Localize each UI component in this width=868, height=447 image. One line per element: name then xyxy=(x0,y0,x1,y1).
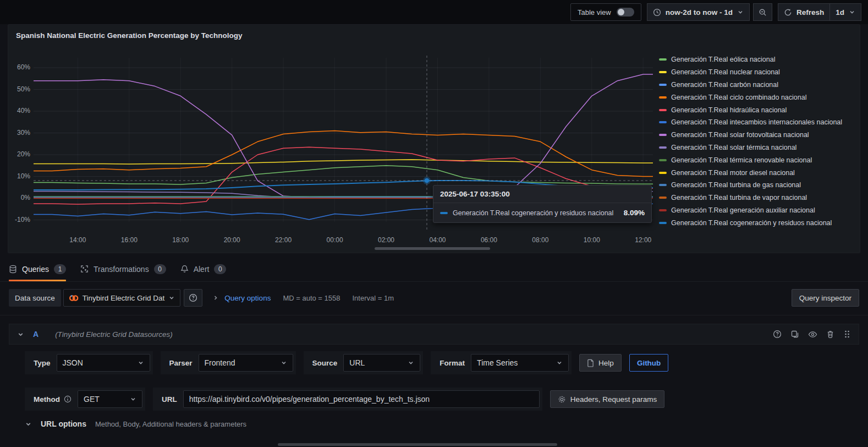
legend-swatch xyxy=(659,58,667,61)
series-line[interactable] xyxy=(34,131,653,177)
query-row-header[interactable]: A (Tinybird Electric Grid Datasources) xyxy=(9,324,859,345)
legend-item[interactable]: Generación T.Real motor diesel nacional xyxy=(659,166,857,179)
chart-tooltip: 2025-06-17 03:35:00 Generación T.Real co… xyxy=(433,185,652,223)
type-label: Type xyxy=(28,359,57,367)
legend-item[interactable]: Generación T.Real ciclo combinado nacion… xyxy=(659,91,857,103)
chevron-down-icon xyxy=(168,295,175,301)
legend-swatch xyxy=(659,84,667,86)
chevron-down-icon xyxy=(281,359,287,366)
legend-item[interactable]: Generación T.Real carbón nacional xyxy=(659,79,857,91)
url-options-section[interactable]: URL options Method, Body, Additional hea… xyxy=(25,419,246,428)
url-input[interactable]: https://api.tinybird.co/v0/pipes/generat… xyxy=(183,390,540,408)
url-field: URL https://api.tinybird.co/v0/pipes/gen… xyxy=(153,388,542,411)
legend-label: Generación T.Real ciclo combinado nacion… xyxy=(671,94,806,101)
x-tick-label: 04:00 xyxy=(424,236,451,244)
help-button[interactable]: Help xyxy=(579,354,622,372)
time-range-picker[interactable]: now-2d to now - 1d xyxy=(647,3,750,21)
headers-button-label: Headers, Request params xyxy=(570,395,657,404)
method-value: GET xyxy=(84,395,100,404)
refresh-interval-dropdown[interactable]: 1d xyxy=(829,3,861,21)
table-view-label: Table view xyxy=(578,8,611,17)
collapse-chevron-icon[interactable] xyxy=(17,331,24,338)
chevron-right-icon[interactable] xyxy=(212,295,219,301)
legend-label: Generación T.Real turbina de gas naciona… xyxy=(671,181,801,189)
refresh-button[interactable]: Refresh xyxy=(778,3,829,21)
info-circle-icon[interactable] xyxy=(64,395,72,403)
settings-gear-icon xyxy=(558,395,566,404)
query-inspector-button[interactable]: Query inspector xyxy=(792,289,859,307)
zoom-out-icon xyxy=(759,8,767,17)
type-select[interactable]: JSON xyxy=(57,354,150,372)
github-button[interactable]: Github xyxy=(629,354,669,372)
legend-item[interactable]: Generación T.Real solar fotovoltaica nac… xyxy=(659,129,857,141)
method-select[interactable]: GET xyxy=(78,390,142,408)
refresh-label: Refresh xyxy=(796,8,824,17)
legend-item[interactable]: Generación T.Real generación auxiliar na… xyxy=(659,204,857,217)
query-editor-row-2: Method GET URL https://api.tinybird.co/v… xyxy=(25,388,664,411)
x-tick-label: 06:00 xyxy=(475,236,503,244)
refresh-interval-value: 1d xyxy=(836,8,844,17)
data-source-picker[interactable]: Tinybird Electric Grid Dat xyxy=(63,289,181,307)
headers-request-params-button[interactable]: Headers, Request params xyxy=(550,390,665,408)
legend-item[interactable]: Generación T.Real hidraúlica nacional xyxy=(659,103,857,116)
legend-item[interactable]: Generación T.Real intecambios internacio… xyxy=(659,116,857,129)
legend-label: Generación T.Real carbón nacional xyxy=(671,81,778,89)
legend-label: Generación T.Real nuclear nacional xyxy=(671,68,780,76)
y-tick-label: 20% xyxy=(8,150,30,158)
hide-response-eye-icon[interactable] xyxy=(808,330,817,339)
legend-item[interactable]: Generación T.Real turbina de gas naciona… xyxy=(659,179,857,192)
legend-item[interactable]: Generación T.Real térmica renovable naci… xyxy=(659,154,857,166)
legend-item[interactable]: Generación T.Real cogeneración y residuo… xyxy=(659,216,857,229)
panel-scrollbar-thumb[interactable] xyxy=(375,247,490,250)
legend-swatch xyxy=(659,134,667,136)
legend-item[interactable]: Generación T.Real solar térmica nacional xyxy=(659,141,857,154)
table-view-switch[interactable] xyxy=(617,8,634,17)
tab-queries[interactable]: Queries 1 xyxy=(9,257,66,281)
panel-title[interactable]: Spanish National Electric Generation Per… xyxy=(16,31,243,40)
url-label: URL xyxy=(156,395,183,404)
tab-alert[interactable]: Alert 0 xyxy=(180,257,227,281)
url-options-label[interactable]: URL options xyxy=(41,419,86,428)
legend-item[interactable]: Generación T.Real turbina de vapor nacio… xyxy=(659,192,857,204)
format-select[interactable]: Time Series xyxy=(471,354,569,372)
delete-query-trash-icon[interactable] xyxy=(826,330,834,339)
drag-handle-icon[interactable] xyxy=(843,330,851,339)
tab-queries-label: Queries xyxy=(22,265,49,274)
query-datasource-hint: (Tinybird Electric Grid Datasources) xyxy=(55,330,173,339)
series-line[interactable] xyxy=(34,160,653,164)
data-source-help-button[interactable] xyxy=(184,289,202,307)
query-options-link[interactable]: Query options xyxy=(224,294,271,302)
tooltip-timestamp: 2025-06-17 03:35:00 xyxy=(433,186,651,203)
timeseries-panel: Spanish National Electric Generation Per… xyxy=(8,24,860,253)
url-options-hint: Method, Body, Additional headers & param… xyxy=(95,420,246,428)
parser-select[interactable]: Frontend xyxy=(199,354,293,372)
legend-label: Generación T.Real solar térmica nacional xyxy=(671,144,796,151)
database-icon xyxy=(9,265,17,274)
chevron-down-icon xyxy=(737,9,744,15)
source-field: Source URL xyxy=(304,351,424,374)
query-help-icon[interactable] xyxy=(773,330,782,339)
series-line[interactable] xyxy=(34,166,653,184)
x-tick-label: 10:00 xyxy=(578,236,606,244)
legend-label: Generación T.Real eólica nacional xyxy=(671,56,775,63)
table-view-toggle-group[interactable]: Table view xyxy=(570,3,641,21)
tab-transformations[interactable]: Transformations 0 xyxy=(80,257,166,281)
legend-swatch xyxy=(659,121,667,123)
source-value: URL xyxy=(349,358,365,367)
legend-swatch xyxy=(659,172,667,174)
format-label: Format xyxy=(433,359,471,367)
y-tick-label: 60% xyxy=(8,63,30,71)
duplicate-query-icon[interactable] xyxy=(790,330,799,339)
legend-swatch xyxy=(659,222,667,224)
collapse-chevron-icon[interactable] xyxy=(25,421,32,428)
horizontal-scrollbar-thumb[interactable] xyxy=(278,443,557,446)
format-value: Time Series xyxy=(477,358,518,367)
legend-item[interactable]: Generación T.Real eólica nacional xyxy=(659,53,857,66)
legend-item[interactable]: Generación T.Real nuclear nacional xyxy=(659,66,857,79)
zoom-out-button[interactable] xyxy=(753,3,772,21)
parser-label: Parser xyxy=(163,359,199,367)
max-data-points-text: MD = auto = 1558 xyxy=(283,294,340,302)
source-select[interactable]: URL xyxy=(343,354,420,372)
chevron-down-icon xyxy=(556,359,563,366)
series-line[interactable] xyxy=(34,74,653,198)
